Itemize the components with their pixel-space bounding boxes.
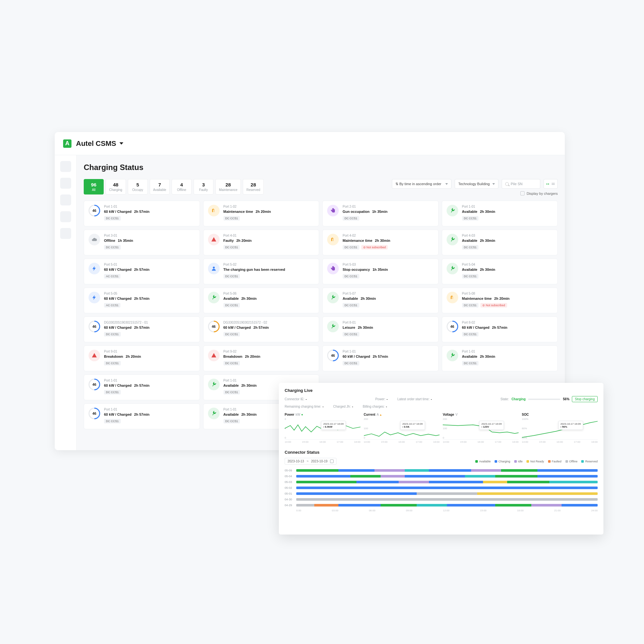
port-status: Available2h 30min [462,355,553,358]
legend-item: Charging [495,460,510,463]
port-status: Stop occupancy1h 35min [343,268,434,271]
mini-chart[interactable]: Power kW ▾8402023-10-17 16:09• 6.9kW14:0… [285,413,361,443]
port-status: 60 kW / Charged2h 57min [104,268,195,271]
port-name: Port 5-08 [462,292,553,295]
port-card[interactable]: 46Port 1-0160 kW / Charged2h 57minDC CCS… [84,374,200,400]
connector-status-title: Connector Status [285,450,598,455]
progress-ring: 46 [89,408,100,419]
connector-badge: AC CCS1 [104,303,120,308]
port-name: Port 5-07 [343,292,434,295]
connector-badge: DC CCS1 [104,390,121,394]
port-card[interactable]: Port 1-02Maintenance time2h 20minDC CCS1 [203,201,319,226]
port-card[interactable]: Port 4-01Faulty2h 20minDC CCS1 [203,230,319,255]
port-card[interactable]: Port 3-01Offline1h 35minDC CCS1 [84,230,200,255]
port-card[interactable]: 46Port 8-0260 kW / Charged2h 57minDC CCS… [442,317,558,342]
legend-item: Faulted [548,460,562,463]
port-card[interactable]: Port 9-02Breakdown2h 20minDC CCS1 [203,346,319,371]
port-status: 60 kW / Charged2h 57min [462,326,553,329]
status-tab[interactable]: 96All [84,179,104,194]
search-input[interactable]: Pile SN [502,179,540,189]
timeline-row: 04-30 [285,497,598,502]
chart-tooltip: 2023-10-17 16:09• 6.9kW [321,421,346,430]
port-card[interactable]: Port 9-01Breakdown2h 20minDC CCS1 [84,346,200,371]
port-card[interactable]: Port 5-07Available2h 30minDC CCS1 [322,288,439,313]
port-card[interactable]: Port 4-03Available2h 30minDC CCS1 [442,230,558,255]
port-card[interactable]: Port 8-01Leisure2h 30minDC CCS1 [322,317,439,342]
port-status: 60 kW / Charged2h 57min [104,210,195,213]
connector-badge: DC CCS1 [343,216,359,221]
sidebar [55,155,77,450]
port-card[interactable]: 46Port 1-0160 kW / Charged2h 57minDC CCS… [84,403,200,429]
sidebar-item[interactable] [60,161,71,172]
connector-badge: DC CCS1 [343,361,359,365]
grid-icon [546,184,550,185]
mini-chart[interactable]: SOC 100%80%60%2023-10-17 16:09• 56%14:00… [522,413,598,443]
port-card[interactable]: Port 1-01Available2h 30minDC CCS1 [442,201,558,226]
sidebar-item[interactable] [60,178,71,189]
port-name: Port 5-06 [223,292,315,295]
progress-ring: 46 [208,321,220,332]
port-card[interactable]: Port 5-08Maintenance time2h 20minDC CCS1… [442,288,558,313]
plug-g-icon [327,321,339,332]
location-select[interactable]: Technology Building [455,179,498,189]
progress-ring: 46 [447,321,458,332]
connector-badge: DC CCS1 [343,303,359,308]
sidebar-item[interactable] [60,211,71,222]
date-range-picker[interactable]: 2023-10-13 ~ 2023-10-19 [285,458,336,465]
connector-badge: DC CCS1 [462,303,479,308]
status-tab[interactable]: 28Maintenance [215,179,241,194]
status-tab[interactable]: 5Occupy [128,179,148,194]
port-card[interactable]: 46Port 1-0160 kW / Charged2h 57minDC CCS… [322,346,439,371]
connector-badge: DC CCS1 [104,361,121,365]
timeline-row: 05-03 [285,479,598,485]
hand-icon [327,205,339,216]
port-card[interactable]: Port 5-04Available2h 30minDC CCS1 [442,259,558,284]
port-status: Breakdown2h 20min [104,355,195,358]
app-title[interactable]: Autel CSMS [76,139,116,148]
port-card[interactable]: Port 5-02The charging gun has been reser… [203,259,319,284]
port-card[interactable]: Port 5-0560 kW / Charged2h 57minAC CCS1 [84,288,200,313]
port-card[interactable]: Port 5-0160 kW / Charged2h 57minAC CCS1 [84,259,200,284]
port-name: Port 9-02 [223,350,315,353]
page-title: Charging Status [84,163,558,172]
sort-select[interactable]: ⇅ By time in ascending order [392,179,451,189]
connector-badge: DC CCS1 [223,216,240,221]
port-name: Port 5-01 [104,263,195,266]
connector-badge: DC CCS1 [462,332,479,336]
status-tabs: 96All48Charging5Occupy7Available4Offline… [84,179,266,194]
status-tab[interactable]: 28Reserved [243,179,264,194]
port-card[interactable]: 46DG33020S190302151572 - 0160 kW / Charg… [84,317,200,342]
chart-tooltip: 2023-10-17 16:09• 0.9A [400,421,425,430]
chart-title: Power kW ▾ [285,413,361,416]
port-card[interactable]: Port 2-01Gun occupation1h 35minDC CCS1 [322,201,439,226]
mini-chart[interactable]: Current A ▴20010002023-10-17 16:09• 0.9A… [364,413,440,443]
port-name: Port 1-01 [223,379,315,382]
chevron-down-icon[interactable] [119,142,123,145]
display-by-chargers-checkbox[interactable]: Display by chargers [520,191,558,195]
status-tab[interactable]: 48Charging [106,179,126,194]
port-card[interactable]: Port 5-03Stop occupancy1h 35minDC CCS1 [322,259,439,284]
chart-tooltip: 2023-10-17 16:09• 123V [479,421,504,430]
stop-charging-button[interactable]: Stop charging [572,396,598,402]
view-toggle[interactable] [544,179,558,189]
port-status: 60 kW / Charged2h 57min [104,384,195,387]
port-card[interactable]: Port 1-01Available2h 30minDC CCS1 [442,346,558,371]
status-tab[interactable]: 7Available [150,179,170,194]
sidebar-item[interactable] [60,228,71,239]
port-card[interactable]: Port 5-06Available2h 30minDC CCS1 [203,288,319,313]
status-tab[interactable]: 4Offline [172,179,192,194]
plug-g-icon [208,379,220,390]
port-status: Available2h 30min [343,297,434,300]
port-card[interactable]: 46DG33020S190302151572 - 0260 kW / Charg… [203,317,319,342]
mini-chart[interactable]: Voltage V 20010002023-10-17 16:09• 123V1… [443,413,519,443]
timeline-row: 04-29 [285,503,598,508]
port-status: Offline1h 35min [104,239,195,242]
sidebar-item[interactable] [60,194,71,205]
port-name: Port 1-01 [462,205,553,208]
connector-badge: AC CCS1 [104,274,120,279]
chart-title: SOC [522,413,598,416]
port-card[interactable]: 46Port 1-0160 kW / Charged2h 57minDC CCS… [84,201,200,226]
calendar-icon [330,459,334,463]
port-card[interactable]: Port 4-02Maintenance time2h 30minDC CCS1… [322,230,439,255]
status-tab[interactable]: 3Faulty [194,179,213,194]
